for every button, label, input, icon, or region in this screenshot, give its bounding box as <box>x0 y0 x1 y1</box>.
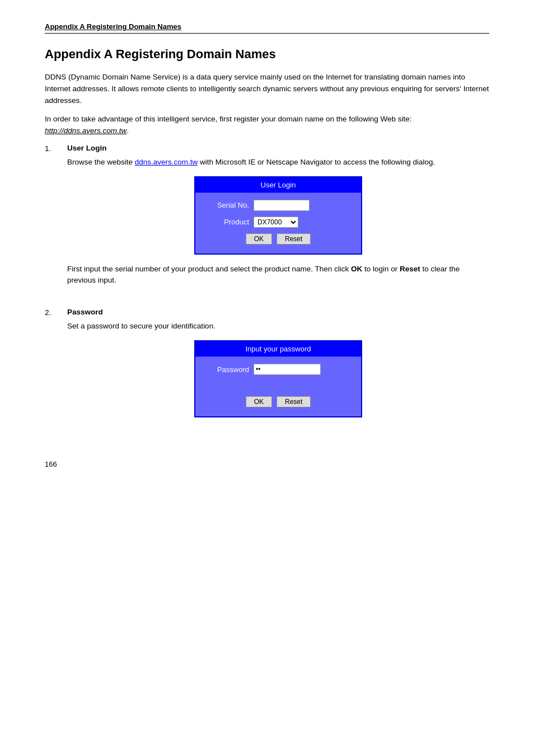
section-title-1: User Login <box>67 144 489 152</box>
intro-paragraph-2: In order to take advantage of this intel… <box>45 114 489 137</box>
reset-bold: Reset <box>400 265 420 273</box>
section-number-2: 2. <box>45 308 67 317</box>
product-row: Product DX7000 <box>204 217 352 228</box>
password-reset-button[interactable]: Reset <box>277 396 311 407</box>
after-dialog-text-1: First input the serial number of your pr… <box>67 264 489 287</box>
section-body-2: Set a password to secure your identifica… <box>67 321 489 332</box>
intro-paragraph-1: DDNS (Dynamic Domain Name Service) is a … <box>45 72 489 107</box>
page-header: Appendix A Registering Domain Names <box>45 22 489 34</box>
header-text: Appendix A Registering Domain Names <box>45 22 181 31</box>
user-login-ok-button[interactable]: OK <box>246 233 272 245</box>
serial-no-row: Serial No. <box>204 200 352 211</box>
dialog-title-user-login: User Login <box>195 177 361 193</box>
ok-bold: OK <box>351 265 362 273</box>
password-ok-button[interactable]: OK <box>246 396 272 407</box>
section-title-2: Password <box>67 308 489 316</box>
section-content-2: Password Set a password to secure your i… <box>67 308 489 417</box>
ddns-avers-link[interactable]: ddns.avers.com.tw <box>135 158 198 166</box>
password-dialog-spacer <box>204 381 352 392</box>
intro-text-2-suffix: . <box>127 126 129 135</box>
section-body-1: Browse the website ddns.avers.com.tw wit… <box>67 157 489 168</box>
password-input[interactable] <box>254 364 321 375</box>
user-login-buttons: OK Reset <box>204 233 352 245</box>
section-password: 2. Password Set a password to secure you… <box>45 308 489 426</box>
serial-no-label: Serial No. <box>204 201 249 209</box>
password-buttons: OK Reset <box>204 396 352 407</box>
intro-text-2-prefix: In order to take advantage of this intel… <box>45 115 412 123</box>
password-dialog: Input your password Password OK Reset <box>194 340 362 417</box>
product-label: Product <box>204 218 249 226</box>
section-number-1: 1. <box>45 144 67 153</box>
section-content-1: User Login Browse the website ddns.avers… <box>67 144 489 287</box>
intro-text-1: DDNS (Dynamic Domain Name Service) is a … <box>45 73 489 105</box>
product-select-wrap: DX7000 <box>254 217 298 228</box>
page-title: Appendix A Registering Domain Names <box>45 47 489 62</box>
serial-no-input[interactable] <box>254 200 310 211</box>
password-row: Password <box>204 364 352 375</box>
user-login-dialog-container: User Login Serial No. Product D <box>67 176 489 255</box>
ddns-link[interactable]: http://ddns.avers.com.tw <box>45 126 127 135</box>
user-login-dialog: User Login Serial No. Product D <box>194 176 362 255</box>
section-user-login: 1. User Login Browse the website ddns.av… <box>45 144 489 295</box>
page-number: 166 <box>45 460 489 468</box>
dialog-title-password: Input your password <box>195 341 361 357</box>
password-dialog-container: Input your password Password OK Reset <box>67 340 489 417</box>
product-select[interactable]: DX7000 <box>254 217 298 228</box>
dialog-body-password: Password OK Reset <box>195 357 361 416</box>
user-login-reset-button[interactable]: Reset <box>277 233 311 245</box>
dialog-body-user-login: Serial No. Product DX7000 <box>195 193 361 253</box>
password-label: Password <box>204 365 249 374</box>
